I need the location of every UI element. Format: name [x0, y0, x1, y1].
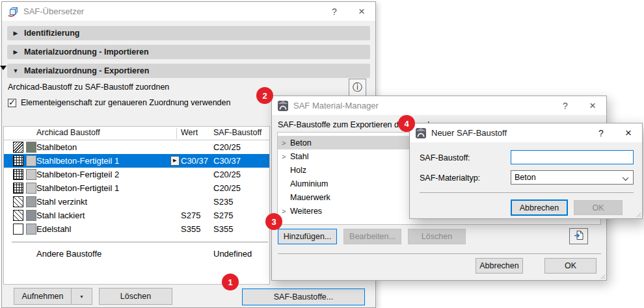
color-swatch — [26, 224, 36, 235]
chevron-down-icon — [623, 175, 628, 181]
pattern-icon — [13, 224, 23, 235]
accordion-section-header[interactable]: Materialzuordnung - Exportieren — [7, 64, 370, 78]
archicad-icon — [278, 101, 288, 111]
expander-arrow-icon — [7, 30, 24, 36]
stray-arrow-marker — [0, 66, 7, 70]
separator — [278, 253, 601, 254]
other-materials-row[interactable]: Andere Baustoffe Undefined — [4, 248, 269, 261]
saf-baustoff-input[interactable] — [511, 150, 634, 164]
expander-arrow-icon — [7, 68, 24, 74]
list-item-label: Holz — [290, 166, 306, 175]
saf-materialtyp-label: SAF-Materialtyp: — [420, 173, 480, 183]
table-separator — [12, 242, 268, 242]
saf-material-value: S275 — [213, 211, 233, 220]
material-manager-titlebar[interactable]: SAF Material-Manager ? × — [272, 96, 606, 115]
saf-translator-titlebar[interactable]: SAF-Übersetzer ? × — [2, 2, 375, 21]
expander-arrow-icon — [7, 49, 24, 55]
pattern-icon — [13, 155, 23, 166]
saf-materialtyp-select[interactable]: Beton — [511, 170, 634, 185]
expander-icon[interactable] — [282, 153, 289, 160]
list-item-label: Aluminium — [290, 179, 328, 188]
table-row[interactable]: Stahlbeton-Fertigteil 1 C20/25 — [4, 181, 269, 195]
accordion-section-header[interactable]: Identifizierung — [7, 26, 370, 40]
column-header-archicad: Archicad Baustoff — [36, 128, 100, 137]
pattern-icon — [13, 169, 23, 180]
list-item-label: Stahl — [290, 152, 309, 161]
resize-grip[interactable] — [635, 211, 641, 217]
wert-value: S355 — [181, 224, 200, 234]
material-mapping-table: Archicad Baustoff Wert SAF-Baustoff Stah… — [3, 126, 270, 285]
bearbeiten-button[interactable]: Bearbeiten... — [343, 229, 401, 244]
ok-button[interactable]: OK — [574, 200, 623, 215]
dialog-title: Neuer SAF-Baustoff — [431, 128, 507, 138]
material-name: Stahlbeton-Fertigteil 2 — [36, 170, 119, 179]
import-materials-button[interactable] — [569, 228, 588, 244]
expander-icon[interactable] — [282, 207, 289, 215]
separator — [420, 192, 634, 193]
accordion: Identifizierung Materialzuordnung - Impo… — [7, 26, 370, 78]
loeschen-button[interactable]: Löschen — [408, 229, 466, 244]
column-divider — [176, 128, 177, 139]
list-item-label: Mauerwerk — [290, 193, 330, 202]
info-icon: ⓘ — [353, 81, 362, 94]
saf-material-value: C20/25 — [213, 170, 241, 179]
aufnehmen-split-button[interactable]: Aufnehmen — [14, 288, 92, 305]
abbrechen-button[interactable]: Abbrechen — [476, 258, 523, 274]
color-swatch — [26, 142, 36, 153]
help-button[interactable]: ? — [321, 2, 348, 21]
table-row[interactable]: Stahl verzinkt S235 — [4, 195, 269, 209]
close-icon[interactable]: × — [615, 123, 642, 142]
pattern-icon — [13, 196, 23, 207]
mapping-description: Archicad-Baustoff zu SAF-Baustoff zuordn… — [8, 83, 169, 92]
help-button[interactable]: ? — [587, 123, 615, 142]
wert-flyout-button[interactable] — [170, 156, 180, 166]
aufnehmen-dropdown-icon[interactable] — [71, 289, 92, 304]
color-swatch — [26, 183, 36, 194]
saf-material-value: C30/37 — [213, 156, 241, 166]
color-swatch — [26, 155, 36, 166]
abbrechen-button[interactable]: Abbrechen — [511, 199, 568, 216]
material-name: Stahl lackiert — [36, 211, 85, 220]
close-icon[interactable]: × — [579, 96, 606, 115]
material-name: Stahlbeton — [36, 142, 77, 152]
table-row[interactable]: Stahlbeton C20/25 — [4, 140, 269, 154]
archicad-icon — [416, 128, 426, 138]
loeschen-button[interactable]: Löschen — [99, 288, 172, 305]
saf-material-value: C20/25 — [213, 183, 241, 193]
saf-material-value: S235 — [213, 197, 233, 207]
column-header-wert: Wert — [181, 128, 198, 137]
material-name: Stahlbeton-Fertigteil 1 — [36, 156, 119, 166]
aufnehmen-button[interactable]: Aufnehmen — [14, 292, 71, 301]
expander-icon[interactable] — [282, 139, 289, 147]
resize-grip[interactable] — [599, 273, 605, 279]
color-swatch — [26, 169, 36, 180]
table-row[interactable]: Stahlbeton-Fertigteil 1 C30/37 C30/37 — [4, 154, 269, 168]
info-button[interactable]: ⓘ — [349, 79, 366, 96]
saf-baustoffe-button[interactable]: SAF-Baustoffe... — [242, 289, 365, 305]
saf-material-value: S355 — [213, 224, 233, 234]
table-row[interactable]: Stahlbeton-Fertigteil 2 C20/25 — [4, 168, 269, 181]
saf-material-value: C20/25 — [213, 142, 241, 152]
close-icon[interactable]: × — [348, 2, 375, 21]
pattern-icon — [13, 210, 23, 221]
hinzufuegen-button[interactable]: Hinzufügen... — [278, 229, 337, 244]
checkbox-label: Elementeigenschaft zur genaueren Zuordnu… — [21, 98, 230, 107]
saf-baustoff-label: SAF-Baustoff: — [420, 153, 470, 162]
accordion-section-header[interactable]: Materialzuordnung - Importieren — [7, 45, 370, 59]
ok-button[interactable]: OK — [544, 258, 597, 274]
list-item-label: Weiteres — [290, 207, 322, 216]
material-name: Stahl verzinkt — [36, 197, 87, 207]
table-row[interactable]: Edelstahl S355 S355 — [4, 222, 269, 236]
wert-value: C30/37 — [181, 156, 208, 166]
section-label: Materialzuordnung - Exportieren — [24, 66, 149, 75]
table-body: Stahlbeton C20/25 Stahlbeton-Fertigteil … — [4, 140, 269, 236]
pattern-icon — [13, 142, 23, 153]
checkbox[interactable] — [8, 99, 16, 107]
color-swatch — [26, 196, 36, 207]
new-material-titlebar[interactable]: Neuer SAF-Baustoff ? × — [410, 123, 642, 142]
step-annotation-2: 2 — [256, 87, 273, 104]
table-row[interactable]: Stahl lackiert S275 S275 — [4, 209, 269, 222]
other-materials-label: Andere Baustoffe — [36, 249, 101, 259]
help-button[interactable]: ? — [552, 96, 579, 115]
dialog-title: SAF Material-Manager — [293, 101, 379, 110]
